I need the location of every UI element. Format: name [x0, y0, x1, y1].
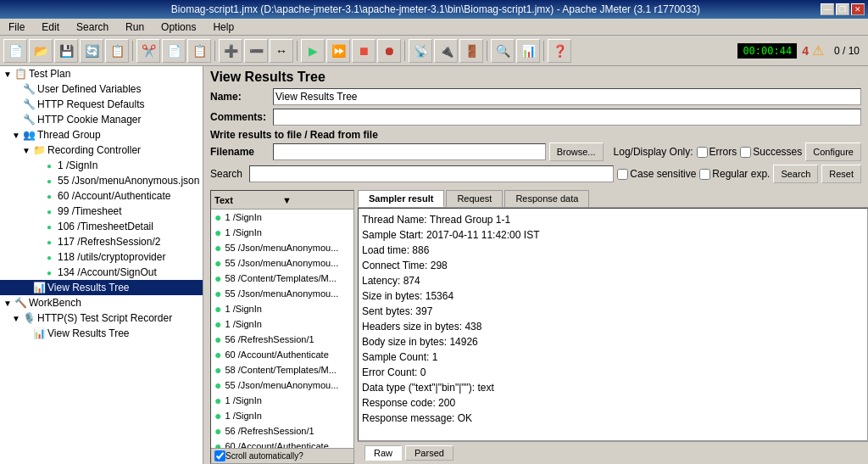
- tree-item-req8[interactable]: ● 134 /Account/SignOut: [0, 265, 203, 280]
- results-dropdown-icon[interactable]: ▼: [282, 195, 350, 205]
- result-item-15[interactable]: ● 60 /Account/Authenticate: [211, 439, 353, 448]
- sampler-line-9: Sample Count: 1: [362, 349, 864, 365]
- stop-button[interactable]: ⏹: [352, 39, 376, 63]
- tab-request[interactable]: Request: [446, 190, 503, 207]
- auto-scroll-checkbox[interactable]: [214, 450, 225, 461]
- menu-search[interactable]: Search: [71, 20, 114, 35]
- restore-button[interactable]: ❐: [836, 3, 849, 15]
- clear-button[interactable]: 🔍: [491, 39, 515, 63]
- menu-run[interactable]: Run: [120, 20, 149, 35]
- comments-input[interactable]: [273, 109, 861, 126]
- function-helper-button[interactable]: 📊: [516, 39, 540, 63]
- result-item-0[interactable]: ● 1 /SignIn: [211, 210, 353, 225]
- regular-exp-checkbox[interactable]: [699, 169, 710, 180]
- filename-row: Filename Browse... Log/Display Only: Err…: [210, 143, 861, 161]
- errors-checkbox-label[interactable]: Errors: [697, 146, 737, 158]
- result-item-3[interactable]: ● 55 /Json/menuAnonymou...: [211, 255, 353, 271]
- result-item-1[interactable]: ● 1 /SignIn: [211, 225, 353, 240]
- result-item-8[interactable]: ● 56 /RefreshSession/1: [211, 332, 353, 347]
- sampler-line-6: Sent bytes: 397: [362, 304, 864, 319]
- menu-options[interactable]: Options: [156, 20, 201, 35]
- search-input[interactable]: [249, 165, 614, 182]
- help-button[interactable]: ❓: [548, 39, 571, 63]
- remote-start-button[interactable]: 📡: [409, 39, 432, 63]
- close-button[interactable]: ✕: [851, 3, 865, 15]
- tree-item-vrt2[interactable]: 📊 View Results Tree: [0, 326, 203, 341]
- configure-button[interactable]: Configure: [805, 143, 861, 161]
- tree-item-testplan[interactable]: ▼ 📋 Test Plan: [0, 66, 203, 81]
- tree-item-req4[interactable]: ● 99 /Timesheet: [0, 204, 203, 219]
- search-button[interactable]: Search: [773, 165, 818, 183]
- tree-item-threadgroup[interactable]: ▼ 👥 Thread Group: [0, 127, 203, 143]
- successes-checkbox-label[interactable]: Successes: [740, 146, 802, 158]
- status-dot-2: ●: [214, 241, 221, 254]
- tree-item-cookie[interactable]: 🔧 HTTP Cookie Manager: [0, 112, 203, 127]
- bottom-tab-raw[interactable]: Raw: [364, 445, 402, 461]
- case-sensitive-label[interactable]: Case sensitive: [617, 168, 696, 180]
- result-item-14[interactable]: ● 56 /RefreshSession/1: [211, 423, 353, 439]
- tree-item-workbench[interactable]: ▼ 🔨 WorkBench: [0, 295, 203, 310]
- result-item-2[interactable]: ● 55 /Json/menuAnonymou...: [211, 240, 353, 255]
- search-label: Search: [210, 168, 242, 180]
- status-dot-1: ●: [214, 226, 221, 239]
- new-button[interactable]: 📄: [3, 39, 27, 63]
- tree-item-req6[interactable]: ● 117 /RefreshSession/2: [0, 234, 203, 249]
- tree-item-vrt1[interactable]: 📊 View Results Tree: [0, 280, 203, 295]
- tree-item-req7[interactable]: ● 118 /utils/cryptoprovider: [0, 249, 203, 265]
- tree-item-req1[interactable]: ● 1 /SignIn: [0, 158, 203, 173]
- result-label-9: 60 /Account/Authenticate: [225, 349, 328, 360]
- filename-input[interactable]: [273, 143, 546, 160]
- tab-response-data[interactable]: Response data: [504, 190, 589, 207]
- menu-help[interactable]: Help: [208, 20, 239, 35]
- case-sensitive-checkbox[interactable]: [617, 169, 628, 180]
- collapse-button[interactable]: ➖: [244, 39, 268, 63]
- result-item-6[interactable]: ● 1 /SignIn: [211, 301, 353, 316]
- result-item-9[interactable]: ● 60 /Account/Authenticate: [211, 347, 353, 362]
- remote-stop-button[interactable]: 🔌: [434, 39, 458, 63]
- result-item-4[interactable]: ● 58 /Content/Templates/M...: [211, 271, 353, 286]
- result-item-13[interactable]: ● 1 /SignIn: [211, 408, 353, 423]
- result-item-11[interactable]: ● 55 /Json/menuAnonymou...: [211, 377, 353, 393]
- result-item-10[interactable]: ● 58 /Content/Templates/M...: [211, 362, 353, 377]
- status-dot-0: ●: [214, 210, 221, 224]
- tree-item-httpreq[interactable]: 🔧 HTTP Request Defaults: [0, 97, 203, 112]
- browse-button[interactable]: Browse...: [549, 143, 604, 161]
- name-input[interactable]: [273, 88, 861, 105]
- toggle-button[interactable]: ↔: [270, 39, 293, 63]
- copy-button[interactable]: 📄: [162, 39, 186, 63]
- tree-item-recorder[interactable]: ▼ 🎙️ HTTP(S) Test Script Recorder: [0, 310, 203, 326]
- successes-checkbox[interactable]: [740, 147, 751, 158]
- bottom-tab-parsed[interactable]: Parsed: [405, 445, 453, 461]
- start-button[interactable]: ▶: [301, 39, 325, 63]
- result-item-12[interactable]: ● 1 /SignIn: [211, 393, 353, 408]
- errors-checkbox[interactable]: [697, 147, 708, 158]
- separator-1: [132, 41, 133, 61]
- tree-item-recording[interactable]: ▼ 📁 Recording Controller: [0, 143, 203, 158]
- tree-item-req3[interactable]: ● 60 /Account/Authenticate: [0, 188, 203, 204]
- tree-item-req2[interactable]: ● 55 /Json/menuAnonymous.json: [0, 173, 203, 188]
- tree-item-req5[interactable]: ● 106 /TimesheetDetail: [0, 219, 203, 234]
- start-nolog-button[interactable]: ⏩: [326, 39, 350, 63]
- stop-now-button[interactable]: ⏺: [377, 39, 401, 63]
- menu-file[interactable]: File: [3, 20, 30, 35]
- open-button[interactable]: 📂: [29, 39, 53, 63]
- result-item-5[interactable]: ● 55 /Json/menuAnonymou...: [211, 286, 353, 301]
- results-list-header: Text ▼: [211, 191, 353, 210]
- window-controls[interactable]: — ❐ ✕: [821, 3, 868, 15]
- tree-item-uservars[interactable]: 🔧 User Defined Variables: [0, 81, 203, 97]
- toggle-testplan[interactable]: ▼: [2, 70, 14, 79]
- expand-button[interactable]: ➕: [219, 39, 242, 63]
- paste-button[interactable]: 📋: [187, 39, 211, 63]
- templates-button[interactable]: 📋: [105, 39, 129, 63]
- regular-exp-label[interactable]: Regular exp.: [699, 168, 770, 180]
- menu-edit[interactable]: Edit: [36, 20, 64, 35]
- reset-button[interactable]: Reset: [821, 165, 861, 183]
- save-button[interactable]: 💾: [54, 39, 78, 63]
- revert-button[interactable]: 🔄: [80, 39, 103, 63]
- remote-exit-button[interactable]: 🚪: [459, 39, 483, 63]
- sampler-line-3: Connect Time: 298: [362, 258, 864, 273]
- cut-button[interactable]: ✂️: [136, 39, 160, 63]
- tab-sampler-result[interactable]: Sampler result: [358, 190, 444, 207]
- result-item-7[interactable]: ● 1 /SignIn: [211, 316, 353, 332]
- minimize-button[interactable]: —: [821, 3, 834, 15]
